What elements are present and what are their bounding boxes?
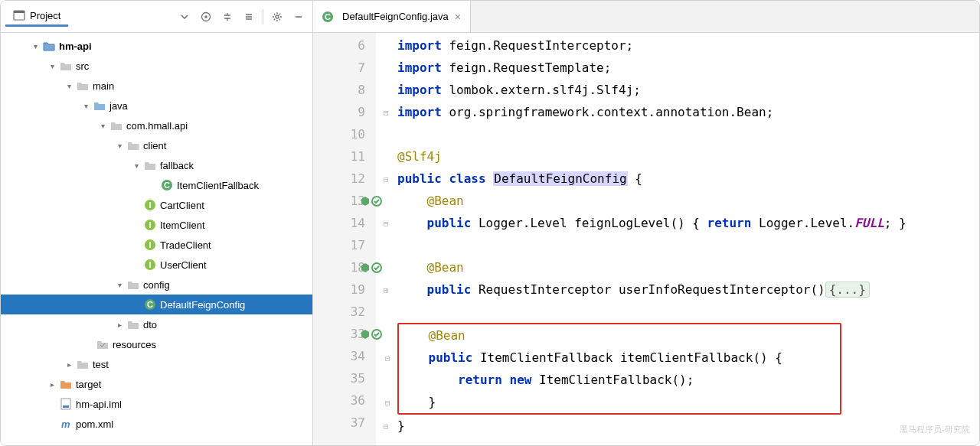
tree-class-itemclient[interactable]: IItemClient xyxy=(1,215,312,235)
tree-class-itemclientfallback[interactable]: CItemClientFallback xyxy=(1,175,312,195)
svg-text:C: C xyxy=(147,300,153,309)
folded-region[interactable]: {...} xyxy=(825,282,870,298)
svg-text:I: I xyxy=(149,240,151,249)
chevron-down-icon: ▾ xyxy=(129,161,143,170)
watermark: 黑马程序员-研究院 xyxy=(900,418,970,441)
tree-class-tradeclient[interactable]: ITradeClient xyxy=(1,235,312,255)
chevron-right-icon: ▸ xyxy=(45,380,59,389)
fold-end-icon[interactable]: ⊟ xyxy=(384,415,393,438)
svg-rect-18 xyxy=(63,405,69,408)
editor-area: C DefaultFeignConfig.java × 6 7 8 9 10 1… xyxy=(313,1,979,445)
tree-pom[interactable]: mpom.xml xyxy=(1,414,312,434)
project-sidebar: Project ▾hm-api ▾src ▾main ▾java ▾com.hm… xyxy=(1,1,313,445)
fold-collapsed-icon[interactable]: ⊞ xyxy=(384,279,393,301)
fold-start-icon[interactable]: ⊟ xyxy=(384,168,393,190)
sidebar-toolbar: Project xyxy=(1,1,312,33)
chevron-down-icon: ▾ xyxy=(113,281,126,289)
package-icon xyxy=(143,159,157,171)
gutter: 6 7 8 9 10 11 12 13 14 17 18 19 32 33 34… xyxy=(313,33,376,445)
tree-client[interactable]: ▾client xyxy=(1,135,312,155)
package-icon xyxy=(126,139,140,151)
project-tree: ▾hm-api ▾src ▾main ▾java ▾com.hmall.api … xyxy=(1,33,312,445)
svg-point-3 xyxy=(204,15,207,18)
tree-class-userclient[interactable]: IUserClient xyxy=(1,255,312,275)
interface-icon: I xyxy=(143,259,157,271)
svg-text:C: C xyxy=(325,12,331,21)
project-tab[interactable]: Project xyxy=(5,6,68,27)
select-opened-icon[interactable] xyxy=(197,8,215,26)
svg-text:I: I xyxy=(149,220,151,230)
interface-icon: I xyxy=(143,239,157,251)
svg-text:I: I xyxy=(149,200,151,210)
tree-class-defaultfeignconfig[interactable]: CDefaultFeignConfig xyxy=(1,295,312,314)
fold-end-icon[interactable]: ⊟ xyxy=(385,392,394,414)
editor-tabs: C DefaultFeignConfig.java × xyxy=(313,1,979,33)
tree-test[interactable]: ▸test xyxy=(1,354,312,374)
svg-point-4 xyxy=(276,15,279,18)
chevron-right-icon: ▸ xyxy=(62,360,76,369)
tree-class-cartclient[interactable]: ICartClient xyxy=(1,195,312,215)
folder-icon xyxy=(76,80,90,92)
tree-package[interactable]: ▾com.hmall.api xyxy=(1,116,312,135)
separator xyxy=(263,9,263,24)
iml-file-icon xyxy=(59,398,73,410)
dropdown-icon[interactable] xyxy=(175,8,194,26)
highlighted-block: @Bean ⊟ public ItemClientFallback itemCl… xyxy=(397,323,841,415)
interface-icon: I xyxy=(143,199,157,211)
maven-icon: m xyxy=(59,418,73,430)
resources-folder-icon xyxy=(96,338,109,350)
project-icon xyxy=(13,9,25,21)
chevron-down-icon: ▾ xyxy=(62,82,76,90)
folder-icon xyxy=(59,60,73,72)
tree-main[interactable]: ▾main xyxy=(1,76,312,96)
close-icon[interactable]: × xyxy=(453,11,462,23)
tree-resources[interactable]: resources xyxy=(1,334,312,354)
hide-icon[interactable] xyxy=(289,8,308,26)
fold-end-icon[interactable]: ⊟ xyxy=(384,102,393,124)
gear-icon[interactable] xyxy=(268,8,286,26)
expand-all-icon[interactable] xyxy=(218,8,237,26)
svg-text:C: C xyxy=(164,181,170,190)
tree-iml[interactable]: hm-api.iml xyxy=(1,394,312,414)
chevron-down-icon: ▾ xyxy=(113,142,126,150)
svg-text:m: m xyxy=(61,418,70,430)
tree-target[interactable]: ▸target xyxy=(1,374,312,394)
chevron-right-icon: ▸ xyxy=(113,321,126,329)
chevron-down-icon: ▾ xyxy=(96,122,109,130)
package-icon xyxy=(126,278,140,291)
tree-src[interactable]: ▾src xyxy=(1,56,312,76)
sidebar-title: Project xyxy=(30,10,60,21)
class-icon: C xyxy=(321,11,335,23)
fold-start-icon[interactable]: ⊟ xyxy=(385,347,394,369)
tab-label: DefaultFeignConfig.java xyxy=(342,11,449,22)
code-editor[interactable]: 6 7 8 9 10 11 12 13 14 17 18 19 32 33 34… xyxy=(313,33,979,445)
module-icon xyxy=(42,40,56,52)
editor-tab-active[interactable]: C DefaultFeignConfig.java × xyxy=(313,1,471,32)
chevron-down-icon: ▾ xyxy=(79,102,93,110)
package-icon xyxy=(126,318,140,330)
fold-start-icon[interactable]: ⊟ xyxy=(384,213,393,235)
class-icon: C xyxy=(143,298,157,311)
svg-rect-1 xyxy=(14,11,24,13)
package-icon xyxy=(109,119,123,132)
chevron-down-icon: ▾ xyxy=(28,42,42,50)
source-folder-icon xyxy=(93,99,106,112)
code-text[interactable]: import feign.RequestInterceptor; import … xyxy=(376,33,979,445)
tree-config[interactable]: ▾config xyxy=(1,275,312,295)
chevron-down-icon: ▾ xyxy=(45,62,59,70)
tree-module-root[interactable]: ▾hm-api xyxy=(1,36,312,56)
folder-icon xyxy=(76,358,90,370)
interface-icon: I xyxy=(143,219,157,231)
svg-text:I: I xyxy=(149,260,151,269)
tree-dto[interactable]: ▸dto xyxy=(1,314,312,334)
excluded-folder-icon xyxy=(59,378,73,390)
tree-java[interactable]: ▾java xyxy=(1,96,312,116)
class-icon: C xyxy=(160,179,174,191)
tree-fallback[interactable]: ▾fallback xyxy=(1,155,312,175)
collapse-all-icon[interactable] xyxy=(240,8,258,26)
